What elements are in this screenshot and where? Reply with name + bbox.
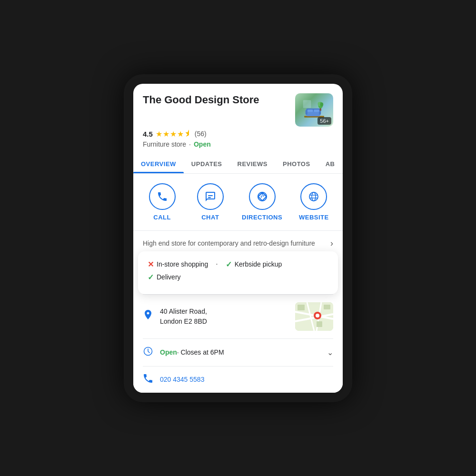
image-count: 56+ — [317, 117, 331, 125]
chevron-right-icon: › — [330, 238, 333, 248]
rating-row: 4.5 ★ ★ ★ ★ ⯨ (56) — [143, 129, 333, 139]
svg-rect-3 — [306, 110, 307, 115]
rating-number: 4.5 — [143, 130, 153, 138]
action-buttons: CALL CHAT — [133, 174, 343, 230]
address-content: 40 Alister Road, London E2 8BD — [160, 307, 288, 327]
services-row-2: ✓ Delivery — [148, 273, 328, 282]
stars: ★ ★ ★ ★ ⯨ — [156, 129, 192, 139]
phone-wrapper: The Good Design Store — [124, 74, 352, 402]
directions-icon — [257, 191, 268, 202]
tab-overview[interactable]: OVERVIEW — [133, 155, 184, 173]
category-text: Furniture store — [143, 140, 186, 148]
check-delivery-icon: ✓ — [148, 273, 154, 282]
tab-updates[interactable]: UPDATES — [184, 155, 230, 173]
svg-rect-11 — [303, 100, 311, 108]
website-label: WEBSITE — [299, 214, 329, 221]
svg-point-28 — [316, 314, 319, 317]
svg-rect-25 — [317, 321, 322, 327]
chat-label: CHAT — [201, 214, 219, 221]
phone-icon — [157, 191, 168, 202]
directions-button[interactable]: DIRECTIONS — [242, 183, 282, 221]
description-text: High end store for contemporary and retr… — [143, 238, 326, 248]
svg-point-15 — [309, 192, 318, 201]
tab-photos[interactable]: PHOTOS — [275, 155, 318, 173]
phone-row-icon — [143, 374, 153, 385]
address-row[interactable]: 40 Alister Road, London E2 8BD — [143, 294, 333, 338]
services-row-1: ✕ In-store shopping · ✓ Kerbside pickup — [148, 260, 328, 269]
location-icon — [143, 310, 153, 323]
hours-row[interactable]: Open· Closes at 6PM ⌄ — [143, 338, 333, 366]
clock-icon — [143, 347, 153, 358]
svg-rect-13 — [208, 197, 211, 198]
in-store-label: In-store shopping — [157, 260, 208, 268]
star-2: ★ — [163, 129, 169, 139]
call-circle — [149, 183, 176, 210]
svg-rect-26 — [324, 305, 330, 309]
website-circle — [300, 183, 327, 210]
phone-row[interactable]: 020 4345 5583 — [143, 366, 333, 393]
hours-text: Open· Closes at 6PM — [160, 347, 224, 357]
hours-detail: · Closes at 6PM — [177, 348, 224, 356]
chat-button[interactable]: CHAT — [194, 183, 227, 221]
info-section: 40 Alister Road, London E2 8BD — [133, 294, 343, 393]
directions-label: DIRECTIONS — [242, 214, 282, 221]
star-4: ★ — [177, 129, 184, 139]
store-name: The Good Design Store — [143, 93, 289, 107]
star-half: ⯨ — [184, 129, 192, 139]
address-line1: 40 Alister Road, — [160, 307, 288, 317]
tab-reviews[interactable]: REVIEWS — [230, 155, 275, 173]
open-text: Open — [160, 348, 177, 356]
service-delivery: ✓ Delivery — [148, 273, 181, 282]
review-count: (56) — [195, 130, 207, 138]
check-kerbside-icon: ✓ — [226, 260, 232, 269]
hours-left: Open· Closes at 6PM — [143, 347, 224, 358]
header-top: The Good Design Store — [143, 93, 333, 127]
address-line2: London E2 8BD — [160, 317, 288, 327]
service-kerbside: ✓ Kerbside pickup — [226, 260, 282, 269]
chat-icon — [205, 191, 216, 202]
category-row: Furniture store · Open — [143, 140, 333, 148]
hours-dropdown-icon[interactable]: ⌄ — [327, 348, 333, 357]
star-1: ★ — [156, 129, 162, 139]
business-card: The Good Design Store — [133, 84, 343, 393]
svg-rect-5 — [307, 109, 313, 112]
tabs-bar: OVERVIEW UPDATES REVIEWS PHOTOS AB — [133, 155, 343, 174]
directions-circle — [249, 183, 276, 210]
separator: · — [189, 140, 191, 148]
globe-icon — [308, 191, 319, 202]
svg-point-10 — [320, 102, 324, 106]
svg-rect-12 — [208, 195, 213, 196]
svg-rect-24 — [298, 305, 305, 310]
services-card: ✕ In-store shopping · ✓ Kerbside pickup … — [138, 251, 338, 294]
dot-sep: · — [216, 260, 218, 268]
call-label: CALL — [153, 214, 171, 221]
svg-rect-6 — [314, 109, 319, 112]
store-image-wrapper[interactable]: 56+ — [295, 93, 333, 127]
website-button[interactable]: WEBSITE — [297, 183, 330, 221]
open-status: Open — [194, 140, 211, 148]
chat-circle — [197, 183, 224, 210]
svg-point-16 — [312, 192, 316, 201]
map-thumbnail[interactable] — [295, 302, 333, 331]
header-section: The Good Design Store — [133, 84, 343, 148]
cross-icon: ✕ — [148, 260, 154, 269]
call-button[interactable]: CALL — [146, 183, 179, 221]
star-3: ★ — [170, 129, 177, 139]
service-in-store: ✕ In-store shopping — [148, 260, 208, 269]
kerbside-label: Kerbside pickup — [235, 260, 282, 268]
delivery-label: Delivery — [157, 273, 181, 281]
map-bg — [295, 302, 333, 331]
phone-number: 020 4345 5583 — [160, 376, 204, 383]
tab-about[interactable]: AB — [318, 155, 343, 173]
